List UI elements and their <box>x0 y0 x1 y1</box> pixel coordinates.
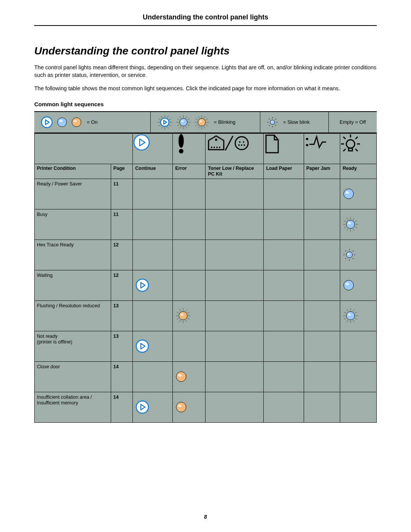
svg-point-63 <box>219 147 220 148</box>
svg-point-59 <box>215 139 217 141</box>
legend-off-label: Empty = Off <box>340 119 366 125</box>
page-link[interactable]: 14 <box>111 392 132 422</box>
svg-line-132 <box>344 312 346 313</box>
svg-line-74 <box>343 137 346 139</box>
svg-point-60 <box>211 147 212 148</box>
svg-line-37 <box>196 125 198 126</box>
paperjam-cell <box>304 361 340 392</box>
toner-cell <box>206 179 264 209</box>
page-heading: Understanding the control panel lights <box>34 45 377 57</box>
ready-cell <box>340 270 377 300</box>
svg-point-104 <box>349 249 350 250</box>
svg-point-141 <box>178 374 182 377</box>
page-link[interactable]: 11 <box>111 209 132 240</box>
svg-line-94 <box>353 218 354 220</box>
svg-point-71 <box>306 138 308 140</box>
svg-point-31 <box>181 120 184 122</box>
header-rule <box>34 25 377 26</box>
svg-line-116 <box>177 318 178 320</box>
table-row: Waiting12 <box>35 270 377 300</box>
page-link[interactable]: 14 <box>111 361 132 392</box>
paperjam-cell <box>304 179 340 209</box>
svg-point-55 <box>271 121 272 122</box>
page-link[interactable]: 13 <box>111 331 132 361</box>
svg-point-143 <box>176 402 186 412</box>
page-link[interactable]: 11 <box>111 179 132 209</box>
col-toner: Toner Low / Replace PC Kit <box>206 164 264 179</box>
continue-cell <box>133 209 173 240</box>
table-row: Busy11 <box>35 209 377 240</box>
svg-line-33 <box>206 125 208 126</box>
svg-point-144 <box>178 405 182 407</box>
intro-paragraph-2: The following table shows the most commo… <box>34 85 377 93</box>
legend-on-blue-icon <box>56 117 68 128</box>
svg-point-108 <box>136 279 148 291</box>
svg-point-69 <box>241 144 242 146</box>
svg-line-23 <box>177 125 179 126</box>
toner-cell <box>206 270 264 300</box>
svg-point-50 <box>268 122 268 123</box>
loadpaper-cell <box>264 179 304 209</box>
header-error-icon-cell <box>173 133 206 164</box>
table-row: Hex Trace Ready12 <box>35 240 377 270</box>
svg-line-28 <box>186 116 187 118</box>
svg-line-75 <box>355 137 358 139</box>
intro-paragraph-1: The control panel lights mean different … <box>34 64 377 79</box>
svg-point-52 <box>272 117 273 118</box>
svg-point-139 <box>136 340 148 352</box>
svg-line-40 <box>198 116 199 118</box>
svg-line-16 <box>169 118 171 120</box>
svg-point-51 <box>269 118 270 119</box>
page-link[interactable]: 12 <box>111 270 132 300</box>
svg-point-30 <box>180 118 187 126</box>
legend-blink-blue-icon <box>176 115 191 130</box>
svg-line-29 <box>188 118 190 120</box>
toner-cell <box>206 300 264 331</box>
svg-point-140 <box>176 372 186 382</box>
table-caption: Common light sequences <box>34 101 377 107</box>
svg-point-103 <box>345 251 346 251</box>
col-loadpaper: Load Paper <box>264 164 304 179</box>
svg-line-9 <box>161 127 162 129</box>
running-header: Understanding the control panel lights <box>34 13 377 25</box>
svg-line-85 <box>355 227 357 228</box>
continue-cell <box>133 240 173 270</box>
legend-blink-orange-icon <box>194 115 209 130</box>
legend-bar: = On = Blinking = Slow blink Empty = Off <box>34 111 377 133</box>
condition-cell: Hex Trace Ready <box>35 240 111 270</box>
svg-point-100 <box>349 260 350 260</box>
ready-cell <box>340 240 377 270</box>
svg-point-47 <box>275 125 276 126</box>
header-blank <box>35 133 133 164</box>
error-cell <box>173 240 206 270</box>
table-row: Close door14 <box>35 361 377 392</box>
svg-line-42 <box>204 116 206 118</box>
page-link[interactable]: 12 <box>111 240 132 270</box>
loadpaper-cell <box>264 392 304 422</box>
svg-line-88 <box>347 229 348 231</box>
col-ready: Ready <box>340 164 377 179</box>
svg-point-48 <box>272 126 273 127</box>
svg-point-56 <box>134 135 149 150</box>
svg-line-135 <box>353 309 354 311</box>
condition-cell: Ready / Power Saver <box>35 179 111 209</box>
loadpaper-cell <box>264 361 304 392</box>
paperjam-cell <box>304 270 340 300</box>
table-row: Insufficient collation area / Insufficie… <box>35 392 377 422</box>
svg-line-78 <box>343 149 346 151</box>
toner-cell <box>206 361 264 392</box>
legend-on-continue-icon <box>40 116 53 129</box>
column-icon-row <box>35 133 377 164</box>
svg-point-1 <box>57 118 67 127</box>
svg-line-64 <box>225 136 233 150</box>
col-continue: Continue <box>133 164 173 179</box>
page-link[interactable]: 13 <box>111 300 132 331</box>
continue-cell <box>133 331 173 361</box>
ready-cell <box>340 300 377 331</box>
toner-header-icon <box>206 134 251 153</box>
legend-slowblink-label: = Slow blink <box>283 119 310 125</box>
svg-line-136 <box>355 312 357 313</box>
table-row: Ready / Power Saver11 <box>35 179 377 209</box>
ready-cell <box>340 331 377 361</box>
paperjam-cell <box>304 300 340 331</box>
